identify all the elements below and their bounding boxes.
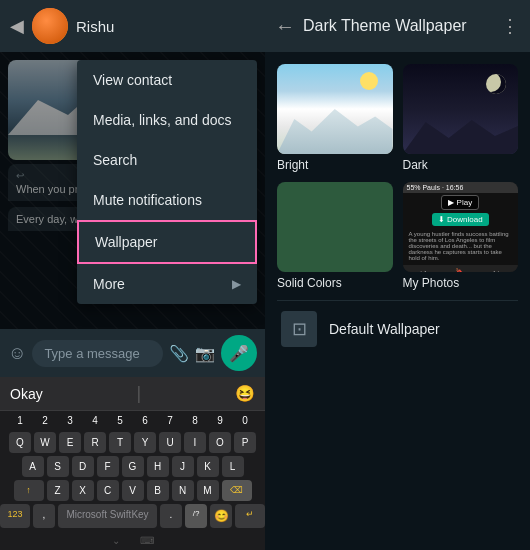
wallpaper-solid[interactable]: Solid Colors [277,182,393,290]
wallpaper-content: Bright Dark Solid Colors [265,52,530,550]
share-icon[interactable]: ↩ [419,268,427,272]
solid-label: Solid Colors [277,276,393,290]
menu-item-media[interactable]: Media, links, and docs [77,100,257,140]
photos-caption: A young hustler finds success battling t… [407,229,515,263]
key-comma[interactable]: , [33,504,55,528]
wallpaper-bright[interactable]: Bright [277,64,393,172]
menu-item-mute[interactable]: Mute notifications [77,180,257,220]
menu-item-more[interactable]: More ▶ [77,264,257,304]
menu-item-wallpaper[interactable]: Wallpaper [77,220,257,264]
key-8[interactable]: 8 [184,411,206,430]
key-j[interactable]: J [172,456,194,477]
chat-background: ↩ When you pronounce C Every day, we str… [0,52,265,329]
keyboard-area: Okay | 😆 1 2 3 4 5 6 7 8 9 0 Q W E R T Y… [0,377,265,550]
key-b[interactable]: B [147,480,169,501]
chevron-down-icon[interactable]: ⌄ [112,535,120,546]
key-emoji[interactable]: 😊 [210,504,232,528]
bright-label: Bright [277,158,393,172]
photos-bar: 55% Pauls · 16:56 [403,182,519,193]
wallpaper-row-2: Solid Colors 55% Pauls · 16:56 ▶ Play [277,182,518,290]
contact-name[interactable]: Rishu [76,18,114,35]
right-back-icon[interactable]: ← [275,15,295,38]
key-c[interactable]: C [97,480,119,501]
photos-thumbnail: 55% Pauls · 16:56 ▶ Play ⬇ Download A yo… [403,182,519,272]
key-e[interactable]: E [59,432,81,453]
key-l[interactable]: L [222,456,244,477]
key-7[interactable]: 7 [159,411,181,430]
key-g[interactable]: G [122,456,144,477]
suggestion-divider: | [137,383,142,404]
key-123[interactable]: 123 [0,504,30,528]
forward-icon[interactable]: ↪ [493,268,501,272]
key-2[interactable]: 2 [34,411,56,430]
key-n[interactable]: N [172,480,194,501]
key-9[interactable]: 9 [209,411,231,430]
key-6[interactable]: 6 [134,411,156,430]
attach-icon[interactable]: 📎 [169,344,189,363]
suggestion-text[interactable]: Okay [10,386,43,402]
download-button[interactable]: ⬇ Download [432,213,489,226]
key-space[interactable]: Microsoft SwiftKey [58,504,157,528]
bookmark-icon[interactable]: 🔖 [455,268,466,272]
key-w[interactable]: W [34,432,56,453]
camera-icon[interactable]: 📷 [195,344,215,363]
key-f[interactable]: F [97,456,119,477]
suggestion-emoji[interactable]: 😆 [235,384,255,403]
kb-row-a: A S D F G H J K L [0,456,265,477]
context-menu-popup: View contact Media, links, and docs Sear… [77,60,257,304]
key-4[interactable]: 4 [84,411,106,430]
key-y[interactable]: Y [134,432,156,453]
mic-icon: 🎤 [229,344,249,363]
key-r[interactable]: R [84,432,106,453]
key-0[interactable]: 0 [234,411,256,430]
key-delete[interactable]: ⌫ [222,480,252,501]
key-period[interactable]: . [160,504,182,528]
key-s[interactable]: S [47,456,69,477]
default-wallpaper-option[interactable]: ⊡ Default Wallpaper [277,300,518,357]
key-z[interactable]: Z [47,480,69,501]
default-wallpaper-label: Default Wallpaper [329,321,440,337]
play-button[interactable]: ▶ Play [441,195,479,210]
key-h[interactable]: H [147,456,169,477]
solid-thumbnail [277,182,393,272]
key-d[interactable]: D [72,456,94,477]
emoji-icon[interactable]: ☺ [8,343,26,364]
key-enter[interactable]: ↵ [235,504,265,528]
key-punctuation[interactable]: /? [185,504,207,528]
input-bar: ☺ Type a message 📎 📷 🎤 [0,329,265,377]
message-input[interactable]: Type a message [32,340,163,367]
back-icon[interactable]: ◀ [10,15,24,37]
keyboard-bottom-bar: ⌄ ⌨ [0,531,265,550]
keyboard-icon[interactable]: ⌨ [140,535,154,546]
key-t[interactable]: T [109,432,131,453]
kb-row-bottom: 123 , Microsoft SwiftKey . /? 😊 ↵ [0,504,265,528]
key-m[interactable]: M [197,480,219,501]
chat-header: ◀ Rishu [0,0,265,52]
suggestion-bar: Okay | 😆 [0,377,265,411]
right-header: ← Dark Theme Wallpaper ⋮ [265,0,530,52]
photos-bar-text: 55% Pauls · 16:56 [407,184,464,191]
key-u[interactable]: U [159,432,181,453]
wallpaper-photos[interactable]: 55% Pauls · 16:56 ▶ Play ⬇ Download A yo… [403,182,519,290]
key-x[interactable]: X [72,480,94,501]
key-q[interactable]: Q [9,432,31,453]
wallpaper-row-1: Bright Dark [277,64,518,172]
key-p[interactable]: P [234,432,256,453]
dark-thumbnail [403,64,519,154]
mic-button[interactable]: 🎤 [221,335,257,371]
menu-item-search[interactable]: Search [77,140,257,180]
more-options-icon[interactable]: ⋮ [501,15,520,37]
key-k[interactable]: K [197,456,219,477]
wallpaper-dark[interactable]: Dark [403,64,519,172]
menu-item-view-contact[interactable]: View contact [77,60,257,100]
photos-actions: ↩ 🔖 ↪ [403,265,519,272]
key-i[interactable]: I [184,432,206,453]
key-3[interactable]: 3 [59,411,81,430]
chevron-right-icon: ▶ [232,277,241,291]
key-shift[interactable]: ↑ [14,480,44,501]
key-a[interactable]: A [22,456,44,477]
key-o[interactable]: O [209,432,231,453]
key-5[interactable]: 5 [109,411,131,430]
key-1[interactable]: 1 [9,411,31,430]
key-v[interactable]: V [122,480,144,501]
